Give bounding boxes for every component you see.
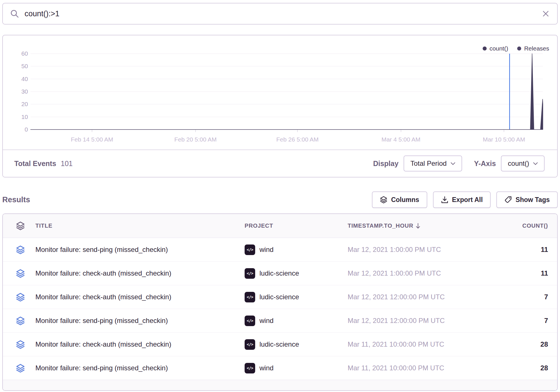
svg-text:Feb 26 5:00 AM: Feb 26 5:00 AM (276, 136, 319, 143)
column-header-project[interactable]: PROJECT (245, 223, 348, 229)
svg-text:40: 40 (21, 76, 28, 82)
timestamp-value: Mar 12, 2021 12:00:00 PM UTC (348, 317, 506, 325)
svg-text:Feb 14 5:00 AM: Feb 14 5:00 AM (71, 136, 113, 143)
legend-item-releases[interactable]: Releases (517, 45, 549, 52)
search-bar: count():>1 (2, 3, 558, 25)
timestamp-value: Mar 11, 2021 10:00:00 PM UTC (348, 340, 506, 348)
legend-label-count: count() (490, 45, 508, 52)
event-title-link[interactable]: Monitor failure: check-auth (missed_chec… (35, 340, 245, 348)
clear-search-icon[interactable] (542, 10, 550, 18)
project-name[interactable]: wind (259, 364, 273, 372)
event-title-link[interactable]: Monitor failure: check-auth (missed_chec… (35, 269, 245, 277)
stack-icon (16, 293, 25, 302)
table-row: Monitor failure: send-ping (missed_check… (3, 309, 557, 333)
table-row: Monitor failure: send-ping (missed_check… (3, 238, 557, 262)
project-platform-icon: </> (245, 292, 255, 302)
search-input[interactable]: count():>1 (25, 9, 536, 18)
total-events-label: Total Events (14, 159, 56, 168)
table-row: Monitor failure: check-auth (missed_chec… (3, 333, 557, 356)
sort-desc-icon (416, 223, 420, 229)
chevron-down-icon (533, 162, 538, 165)
project-platform-icon: </> (245, 268, 255, 279)
display-dropdown[interactable]: Total Period (404, 155, 462, 171)
stack-icon (380, 196, 387, 203)
project-platform-icon: </> (245, 245, 255, 255)
stack-icon (16, 340, 25, 349)
project-name[interactable]: ludic-science (259, 293, 299, 301)
svg-text:Mar 10 5:00 AM: Mar 10 5:00 AM (483, 136, 525, 143)
svg-text:30: 30 (21, 88, 28, 95)
count-value: 7 (506, 317, 557, 325)
chart-legend: count() Releases (483, 45, 549, 52)
yaxis-dropdown-value: count() (508, 159, 529, 167)
yaxis-label: Y-Axis (474, 159, 496, 168)
table-row: Monitor failure: check-auth (missed_chec… (3, 285, 557, 309)
legend-dot-releases-icon (517, 47, 521, 50)
column-header-title[interactable]: TITLE (35, 223, 245, 229)
discover-page: count():>1 count() Releases 010203040506… (0, 0, 560, 392)
results-bar: Results Columns Export All (2, 191, 558, 209)
timestamp-value: Mar 11, 2021 10:00:00 PM UTC (348, 364, 506, 372)
timestamp-value: Mar 12, 2021 1:00:00 PM UTC (348, 246, 506, 254)
table-footer (3, 380, 557, 390)
stack-icon (16, 269, 25, 278)
event-title-link[interactable]: Monitor failure: send-ping (missed_check… (35, 246, 245, 254)
columns-button[interactable]: Columns (372, 191, 427, 208)
svg-text:Feb 20 5:00 AM: Feb 20 5:00 AM (174, 136, 217, 143)
show-tags-button[interactable]: Show Tags (496, 191, 558, 208)
project-name[interactable]: ludic-science (259, 269, 299, 277)
project-name[interactable]: wind (259, 317, 273, 325)
project-platform-icon: </> (245, 316, 255, 326)
results-table: TITLE PROJECT TIMESTAMP.TO_HOUR COUNT() … (2, 213, 558, 391)
stack-icon (16, 316, 25, 325)
project-name[interactable]: ludic-science (259, 340, 299, 348)
stack-icon (3, 221, 35, 230)
project-platform-icon: </> (245, 363, 255, 373)
svg-text:60: 60 (21, 50, 28, 57)
table-header-row: TITLE PROJECT TIMESTAMP.TO_HOUR COUNT() (3, 214, 557, 238)
svg-text:0: 0 (25, 126, 28, 133)
events-chart-panel: count() Releases 0102030405060Feb 14 5:0… (2, 35, 558, 177)
timestamp-value: Mar 12, 2021 1:00:00 PM UTC (348, 269, 506, 277)
svg-text:10: 10 (21, 114, 28, 120)
count-value: 11 (506, 246, 557, 254)
column-header-timestamp[interactable]: TIMESTAMP.TO_HOUR (348, 223, 506, 229)
svg-text:20: 20 (21, 101, 28, 107)
count-value: 28 (506, 364, 557, 372)
results-heading: Results (2, 195, 30, 204)
export-all-button[interactable]: Export All (433, 191, 491, 208)
total-events-value: 101 (61, 159, 73, 168)
download-icon (441, 196, 448, 203)
legend-item-count[interactable]: count() (483, 45, 508, 52)
events-over-time-chart[interactable]: 0102030405060Feb 14 5:00 AMFeb 20 5:00 A… (3, 35, 558, 144)
yaxis-dropdown[interactable]: count() (501, 155, 545, 171)
count-value: 11 (506, 269, 557, 277)
legend-dot-count-icon (483, 47, 487, 50)
svg-text:Mar 4 5:00 AM: Mar 4 5:00 AM (382, 136, 421, 143)
svg-text:50: 50 (21, 63, 28, 69)
count-value: 7 (506, 293, 557, 301)
display-label: Display (373, 159, 398, 168)
column-header-count[interactable]: COUNT() (506, 223, 557, 229)
table-row: Monitor failure: send-ping (missed_check… (3, 356, 557, 380)
timestamp-value: Mar 12, 2021 12:00:00 PM UTC (348, 293, 506, 301)
stack-icon (16, 364, 25, 373)
event-title-link[interactable]: Monitor failure: send-ping (missed_check… (35, 317, 245, 325)
count-value: 28 (506, 340, 557, 348)
table-body: Monitor failure: send-ping (missed_check… (3, 238, 557, 380)
search-icon (10, 9, 19, 18)
display-dropdown-value: Total Period (410, 159, 447, 167)
legend-label-releases: Releases (524, 45, 549, 52)
chevron-down-icon (451, 162, 455, 165)
chart-footer: Total Events 101 Display Total Period Y-… (3, 149, 557, 177)
project-name[interactable]: wind (259, 246, 273, 254)
event-title-link[interactable]: Monitor failure: send-ping (missed_check… (35, 364, 245, 372)
project-platform-icon: </> (245, 339, 255, 350)
table-row: Monitor failure: check-auth (missed_chec… (3, 262, 557, 285)
event-title-link[interactable]: Monitor failure: check-auth (missed_chec… (35, 293, 245, 301)
stack-icon (16, 245, 25, 254)
tag-icon (504, 196, 512, 203)
